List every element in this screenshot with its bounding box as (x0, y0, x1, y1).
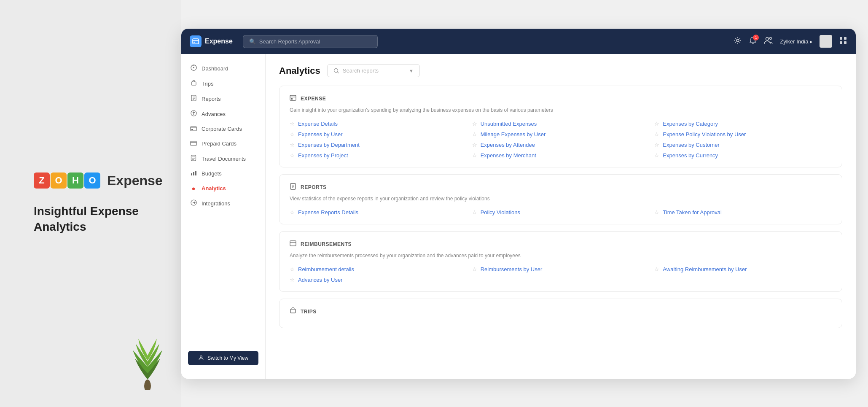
expenses-by-merchant-link[interactable]: Expenses by Merchant (481, 152, 536, 159)
star-icon[interactable]: ☆ (472, 142, 477, 148)
sidebar-nav: Dashboard Trips (181, 61, 265, 211)
user-avatar[interactable] (820, 35, 832, 48)
reimbursement-details-link[interactable]: Reimbursement details (298, 266, 354, 272)
svg-rect-7 (844, 37, 847, 40)
zoho-h: H (67, 173, 83, 189)
sidebar-item-trips[interactable]: Trips (181, 76, 265, 91)
reports-section: REPORTS View statistics of the expense r… (279, 174, 842, 224)
list-item: ☆ Expenses by Category (654, 121, 832, 127)
star-icon[interactable]: ☆ (290, 131, 295, 137)
expense-section: EXPENSE Gain insight into your organizat… (279, 86, 842, 167)
zoho-z: Z (34, 173, 50, 189)
switch-view-button[interactable]: Switch to My View (188, 351, 258, 365)
policy-violations-link[interactable]: Policy Violations (481, 209, 520, 216)
search-icon: 🔍 (249, 38, 256, 45)
star-icon[interactable]: ☆ (472, 121, 477, 127)
expense-policy-violations-link[interactable]: Expense Policy Violations by User (663, 131, 746, 137)
sidebar-item-reports[interactable]: Reports (181, 91, 265, 106)
star-icon[interactable]: ☆ (290, 121, 295, 127)
mileage-expenses-by-user-link[interactable]: Mileage Expenses by User (481, 131, 546, 137)
topnav-app-name: Expense (205, 38, 233, 45)
star-icon[interactable]: ☆ (472, 152, 477, 159)
expense-reports-details-link[interactable]: Expense Reports Details (298, 209, 358, 216)
svg-rect-21 (195, 171, 196, 175)
sidebar-item-advances[interactable]: Advances (181, 106, 265, 121)
list-item: ☆ Expenses by Department (290, 142, 467, 148)
star-icon[interactable]: ☆ (654, 152, 659, 159)
expenses-by-project-link[interactable]: Expenses by Project (298, 152, 348, 159)
dashboard-icon (190, 65, 197, 72)
star-icon[interactable]: ☆ (472, 209, 477, 216)
users-icon[interactable] (764, 36, 773, 47)
reports-links-grid: ☆ Expense Reports Details ☆ Policy Viola… (290, 209, 832, 216)
star-icon[interactable]: ☆ (472, 131, 477, 137)
sidebar-item-analytics[interactable]: ● Analytics (181, 181, 265, 196)
star-icon[interactable]: ☆ (290, 266, 295, 272)
trips-section-header: TRIPS (290, 307, 832, 316)
sidebar-item-prepaid-cards[interactable]: Prepaid Cards (181, 136, 265, 151)
topnav-search-bar[interactable]: 🔍 Search Reports Approval (243, 35, 378, 48)
sidebar: Dashboard Trips (181, 54, 266, 379)
star-icon[interactable]: ☆ (290, 277, 295, 283)
svg-rect-28 (290, 241, 296, 246)
sidebar-label-dashboard: Dashboard (202, 65, 228, 72)
expenses-by-attendee-link[interactable]: Expenses by Attendee (481, 142, 535, 148)
apps-grid-icon[interactable] (839, 36, 847, 47)
topnav-search-text: Search Reports Approval (259, 38, 320, 45)
svg-rect-29 (290, 309, 296, 313)
sidebar-item-budgets[interactable]: Budgets (181, 166, 265, 181)
expenses-by-customer-link[interactable]: Expenses by Customer (663, 142, 719, 148)
svg-rect-8 (840, 41, 842, 44)
reimbursements-by-user-link[interactable]: Reimbursements by User (481, 266, 543, 272)
list-item: ☆ Expenses by User (290, 131, 467, 137)
star-icon[interactable]: ☆ (654, 142, 659, 148)
list-item: ☆ Awaiting Reimbursements by User (654, 266, 832, 272)
zoho-logo: Z O H O Expense (34, 173, 163, 189)
expenses-by-currency-link[interactable]: Expenses by Currency (663, 152, 718, 159)
org-switcher[interactable]: Zylker India ▸ (780, 38, 813, 45)
star-icon[interactable]: ☆ (654, 266, 659, 272)
unsubmitted-expenses-link[interactable]: Unsubmitted Expenses (481, 121, 537, 127)
advances-by-user-link[interactable]: Advances by User (298, 277, 343, 283)
list-item: ☆ Mileage Expenses by User (472, 131, 650, 137)
expense-details-link[interactable]: Expense Details (298, 121, 338, 127)
sidebar-item-corporate-cards[interactable]: Corporate Cards (181, 121, 265, 136)
sidebar-item-integrations[interactable]: Integrations (181, 196, 265, 211)
star-icon[interactable]: ☆ (290, 209, 295, 216)
sidebar-label-prepaid-cards: Prepaid Cards (202, 140, 236, 147)
expenses-by-category-link[interactable]: Expenses by Category (663, 121, 718, 127)
time-taken-approval-link[interactable]: Time Taken for Approval (663, 209, 721, 216)
svg-point-4 (766, 37, 769, 40)
search-reports-arrow: ▼ (409, 68, 414, 73)
svg-rect-16 (191, 129, 193, 130)
prepaid-cards-icon (190, 140, 197, 147)
app-body: Dashboard Trips (181, 54, 856, 379)
svg-rect-12 (191, 82, 196, 85)
star-icon[interactable]: ☆ (654, 121, 659, 127)
sidebar-item-dashboard[interactable]: Dashboard (181, 61, 265, 76)
notification-icon[interactable]: 1 (749, 36, 757, 47)
list-item: ☆ Unsubmitted Expenses (472, 121, 650, 127)
settings-icon[interactable] (734, 36, 742, 47)
expenses-by-department-link[interactable]: Expenses by Department (298, 142, 360, 148)
star-icon[interactable]: ☆ (290, 152, 295, 159)
star-icon[interactable]: ☆ (290, 142, 295, 148)
expenses-by-user-link[interactable]: Expenses by User (298, 131, 343, 137)
svg-rect-25 (290, 95, 296, 100)
awaiting-reimbursements-link[interactable]: Awaiting Reimbursements by User (663, 266, 747, 272)
star-icon[interactable]: ☆ (472, 266, 477, 272)
topnav-logo: Expense (190, 35, 233, 47)
svg-point-11 (193, 67, 194, 68)
zoho-o2: O (84, 173, 100, 189)
search-reports-placeholder: Search reports (343, 67, 379, 74)
star-icon[interactable]: ☆ (654, 209, 659, 216)
search-reports-input[interactable]: Search reports ▼ (327, 64, 420, 77)
star-icon[interactable]: ☆ (654, 131, 659, 137)
topnav: Expense 🔍 Search Reports Approval 1 (181, 29, 856, 54)
list-item: ☆ Advances by User (290, 277, 467, 283)
sidebar-item-travel-documents[interactable]: Travel Documents (181, 151, 265, 166)
svg-rect-9 (844, 41, 847, 44)
corporate-cards-icon (190, 125, 197, 132)
svg-rect-15 (191, 127, 196, 131)
branding-tagline: Insightful Expense Analytics (34, 204, 156, 234)
